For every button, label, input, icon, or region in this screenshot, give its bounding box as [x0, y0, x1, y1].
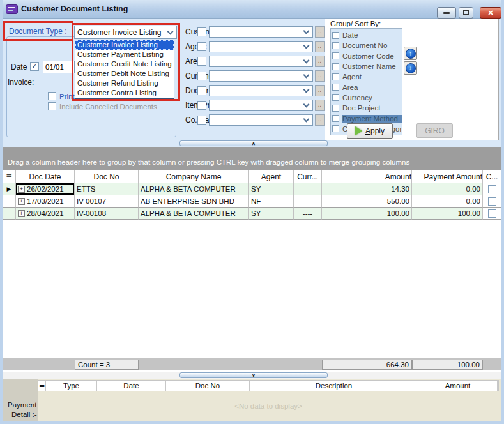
- column-header-type[interactable]: Type: [46, 381, 97, 391]
- splitter-collapse-handle[interactable]: ∧: [179, 140, 328, 146]
- row-checkbox[interactable]: [488, 197, 496, 206]
- move-up-button[interactable]: ↑: [404, 47, 417, 60]
- top-splitter[interactable]: ∧: [3, 140, 501, 147]
- print-checkbox[interactable]: [48, 92, 56, 100]
- group-sort-item-agent[interactable]: Agent: [332, 72, 402, 82]
- dropdown-option-customer-invoice-listing[interactable]: Customer Invoice Listing: [75, 40, 174, 50]
- column-header-amount[interactable]: Amount: [418, 381, 498, 391]
- minimize-icon: [443, 12, 450, 14]
- table-row[interactable]: +17/03/2021 IV-00107 AB ENTERPRISE SDN B…: [3, 195, 501, 208]
- group-by-drop-zone[interactable]: Drag a column header here to group by th…: [3, 147, 501, 170]
- group-sort-item-payment-method[interactable]: Payment Method: [332, 113, 402, 123]
- cell-doc-date: 26/02/2021: [27, 185, 64, 193]
- apply-button[interactable]: Apply: [347, 123, 393, 139]
- group-sort-checkbox[interactable]: [332, 32, 339, 39]
- agent-combobox[interactable]: [209, 41, 313, 52]
- payment-detail-label-line2[interactable]: Detail :-: [11, 411, 37, 418]
- dropdown-option-customer-credit-note-listing[interactable]: Customer Credit Note Listing: [75, 59, 174, 69]
- group-sort-item-customer-code[interactable]: Customer Code: [332, 51, 402, 61]
- table-row[interactable]: ▶ +26/02/2021 ETTS ALPHA & BETA COMPUTER…: [3, 183, 501, 195]
- group-sort-item-currency[interactable]: Currency: [332, 93, 402, 103]
- row-checkbox[interactable]: [488, 185, 496, 193]
- group-sort-checkbox[interactable]: [332, 42, 339, 49]
- group-sort-checkbox[interactable]: [332, 52, 339, 59]
- group-sort-checkbox[interactable]: [332, 73, 339, 80]
- minimize-button[interactable]: [437, 7, 456, 19]
- column-header-date[interactable]: Date: [97, 381, 166, 391]
- column-header-description[interactable]: Description: [250, 381, 418, 391]
- expand-row-icon[interactable]: +: [18, 210, 25, 217]
- area-browse-button[interactable]: ..: [315, 56, 325, 67]
- group-sort-item-date[interactable]: Date: [332, 30, 402, 40]
- row-checkbox[interactable]: [488, 209, 496, 218]
- column-header-amount[interactable]: Amount: [322, 170, 412, 183]
- maximize-button[interactable]: [459, 7, 473, 19]
- date-from-input[interactable]: [43, 61, 75, 73]
- dropdown-option-customer-refund-listing[interactable]: Customer Refund Listing: [75, 79, 174, 88]
- currency-browse-button[interactable]: ..: [315, 70, 325, 82]
- document-type-combobox[interactable]: Customer Invoice Listing: [74, 26, 177, 39]
- column-header-currency[interactable]: Curr...: [294, 170, 322, 183]
- cell-payment-amount: 0.00: [412, 183, 483, 195]
- group-sort-item-area[interactable]: Area: [332, 82, 402, 92]
- group-sort-item-customer-name[interactable]: Customer Name: [332, 61, 402, 72]
- cell-currency: ----: [294, 195, 322, 208]
- customer-checkbox[interactable]: [197, 27, 206, 36]
- payment-detail-panel: Payment Detail :- ≣ Type Date Doc No Des…: [3, 379, 501, 421]
- group-sort-checkbox[interactable]: [332, 125, 339, 132]
- co-cate-browse-button[interactable]: ..: [315, 114, 325, 126]
- group-sort-checkbox[interactable]: [332, 63, 339, 70]
- column-chooser-icon[interactable]: ≣: [38, 381, 46, 391]
- customer-browse-button[interactable]: ..: [315, 26, 325, 38]
- chevron-down-icon: [167, 28, 174, 34]
- table-row[interactable]: +28/04/2021 IV-00108 ALPHA & BETA COMPUT…: [3, 208, 501, 220]
- dropdown-option-customer-payment-listing[interactable]: Customer Payment Listing: [75, 50, 174, 59]
- doc-proj-combobox[interactable]: [209, 85, 313, 96]
- currency-combobox[interactable]: [209, 70, 313, 82]
- item-proj-checkbox[interactable]: [197, 101, 206, 110]
- chevron-down-icon: [303, 43, 310, 49]
- expand-row-icon[interactable]: +: [18, 198, 25, 205]
- area-combobox[interactable]: [209, 56, 313, 67]
- column-header-company-name[interactable]: Company Name: [139, 170, 249, 183]
- group-sort-checkbox[interactable]: [332, 94, 339, 101]
- column-header-payment-amount[interactable]: Payment Amount: [412, 170, 483, 183]
- cell-payment-amount: 0.00: [412, 195, 483, 208]
- cell-doc-date: 28/04/2021: [27, 209, 64, 217]
- expand-row-icon[interactable]: +: [18, 186, 25, 193]
- doc-proj-checkbox[interactable]: [197, 86, 206, 95]
- group-sort-checkbox[interactable]: [332, 105, 339, 112]
- agent-checkbox[interactable]: [197, 42, 206, 51]
- group-sort-checkbox[interactable]: [332, 115, 339, 122]
- dropdown-option-customer-debit-note-listing[interactable]: Customer Debit Note Listing: [75, 69, 174, 79]
- date-checkbox[interactable]: ✓: [30, 62, 39, 71]
- group-sort-checkbox[interactable]: [332, 84, 339, 91]
- co-cate-combobox[interactable]: [209, 114, 313, 126]
- close-icon: ✕: [487, 9, 493, 17]
- item-proj-combobox[interactable]: [209, 100, 313, 111]
- column-header-doc-date[interactable]: Doc Date: [16, 170, 75, 183]
- dropdown-option-customer-contra-listing[interactable]: Customer Contra Listing: [75, 88, 174, 98]
- move-down-button[interactable]: ↓: [404, 61, 417, 75]
- doc-proj-browse-button[interactable]: ..: [315, 85, 325, 96]
- grid-header-row: ≣ Doc Date Doc No Company Name Agent Cur…: [3, 170, 501, 183]
- close-button[interactable]: ✕: [480, 7, 501, 19]
- column-chooser-icon[interactable]: ≣: [3, 170, 16, 183]
- currency-checkbox[interactable]: [197, 72, 206, 80]
- co-cate-checkbox[interactable]: [197, 116, 206, 125]
- column-header-doc-no[interactable]: Doc No: [166, 381, 250, 391]
- group-sort-label: Group/ Sort By:: [330, 20, 381, 27]
- customer-combobox[interactable]: [209, 26, 313, 38]
- include-cancelled-checkbox[interactable]: [48, 102, 56, 110]
- group-sort-item-document-no[interactable]: Document No: [332, 40, 402, 50]
- item-proj-browse-button[interactable]: ..: [315, 100, 325, 111]
- up-arrow-icon: ↑: [406, 49, 416, 59]
- agent-browse-button[interactable]: ..: [315, 41, 325, 52]
- column-header-doc-no[interactable]: Doc No: [75, 170, 139, 183]
- splitter-collapse-handle[interactable]: ∨: [179, 372, 328, 378]
- group-sort-item-doc-project[interactable]: Doc Project: [332, 103, 402, 113]
- column-header-check[interactable]: C...: [483, 170, 501, 183]
- column-header-agent[interactable]: Agent: [249, 170, 294, 183]
- area-checkbox[interactable]: [197, 57, 206, 66]
- bottom-splitter[interactable]: ∨: [3, 372, 501, 379]
